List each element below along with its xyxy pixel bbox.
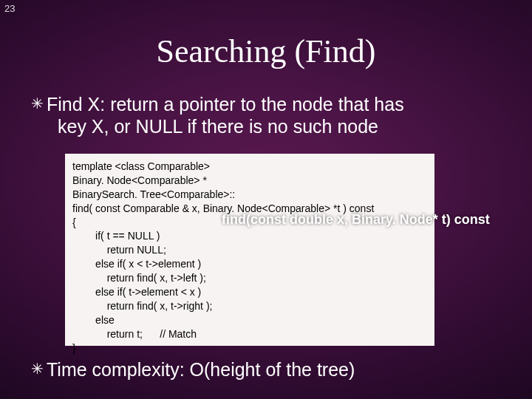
bullet-text: Time complexity: O(height of the tree) — [47, 359, 355, 380]
bullet-text-line2: key X, or NULL if there is no such node — [58, 115, 502, 137]
code-snippet: template <class Comparable> Binary. Node… — [65, 154, 434, 346]
page-number: 23 — [4, 3, 15, 14]
bullet-icon: ✳ — [31, 360, 44, 378]
slide: 23 Searching (Find) ✳Find X: return a po… — [0, 0, 532, 399]
bullet-find-description: ✳Find X: return a pointer to the node th… — [31, 93, 502, 137]
bullet-icon: ✳ — [31, 95, 44, 112]
overlay-signature: find(const double x, Binary. Node* t) co… — [222, 212, 490, 228]
bullet-text-line1: Find X: return a pointer to the node tha… — [47, 94, 404, 115]
slide-title: Searching (Find) — [0, 33, 532, 70]
bullet-time-complexity: ✳Time complexity: O(height of the tree) — [31, 358, 502, 381]
